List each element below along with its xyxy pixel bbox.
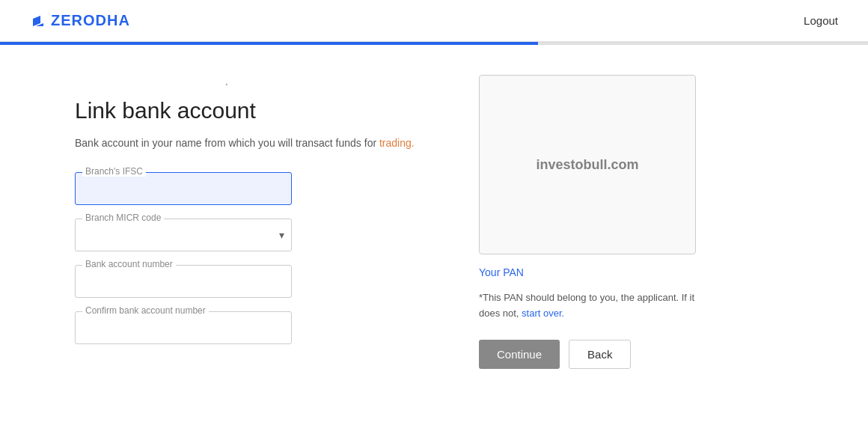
- right-panel: investobull.com Your PAN *This PAN shoul…: [479, 75, 696, 369]
- micr-select[interactable]: [75, 218, 292, 251]
- confirm-account-field: Confirm bank account number: [75, 311, 434, 344]
- bank-account-field: Bank account number: [75, 265, 434, 298]
- watermark-text: investobull.com: [536, 157, 638, 173]
- subtitle-highlight: trading.: [376, 137, 415, 149]
- micr-select-wrapper: [75, 218, 292, 251]
- page-title: Link bank account: [75, 98, 434, 123]
- continue-button[interactable]: Continue: [479, 340, 560, 369]
- bank-account-input[interactable]: [75, 265, 292, 298]
- bank-account-label: Bank account number: [82, 259, 176, 269]
- button-row: Continue Back: [479, 340, 696, 369]
- micr-label: Branch MICR code: [82, 213, 164, 223]
- start-over-link[interactable]: start over.: [522, 308, 564, 319]
- logo-text: ZERODHA: [51, 12, 130, 29]
- pan-note-plain: *This PAN should belong to you, the appl…: [479, 292, 694, 319]
- svg-marker-0: [33, 16, 40, 26]
- subtitle: Bank account in your name from which you…: [75, 135, 434, 151]
- logo-area: ZERODHA: [30, 12, 130, 29]
- pan-image-box: investobull.com: [479, 75, 696, 254]
- back-button[interactable]: Back: [569, 340, 631, 369]
- confirm-account-input[interactable]: [75, 311, 292, 344]
- main-content: · Link bank account Bank account in your…: [0, 45, 868, 399]
- ifsc-field: Branch's IFSC: [75, 172, 434, 205]
- dot-decoration: ·: [75, 75, 434, 92]
- zerodha-logo-icon: [30, 13, 46, 29]
- ifsc-label: Branch's IFSC: [82, 166, 146, 177]
- pan-note: *This PAN should belong to you, the appl…: [479, 290, 696, 322]
- pan-label: Your PAN: [479, 266, 696, 278]
- subtitle-plain: Bank account in your name from which you…: [75, 137, 376, 149]
- logout-button[interactable]: Logout: [804, 14, 838, 27]
- micr-field: Branch MICR code: [75, 218, 434, 251]
- header: ZERODHA Logout: [0, 0, 868, 42]
- ifsc-input[interactable]: [75, 172, 292, 205]
- confirm-account-label: Confirm bank account number: [82, 305, 209, 316]
- left-panel: · Link bank account Bank account in your…: [75, 75, 434, 369]
